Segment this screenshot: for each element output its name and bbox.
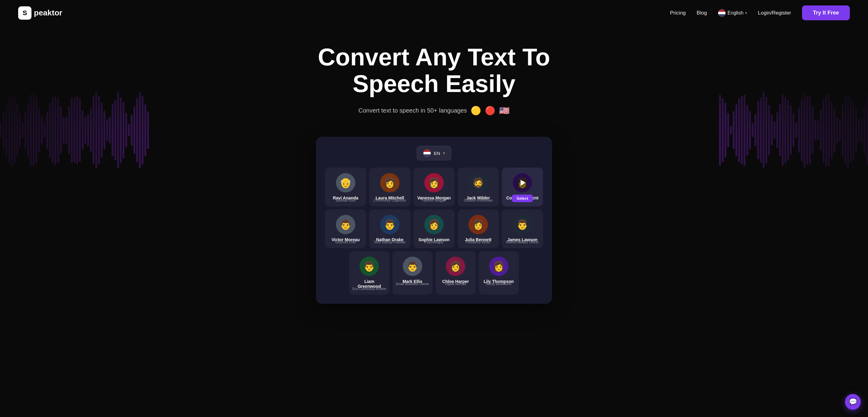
voice-info: Liam GreenwoodEco-Conscious Activist (352, 279, 386, 290)
avatar: 👩 (424, 173, 444, 192)
avatar: 🧔 (468, 173, 488, 192)
voice-info: Victor MoreauGourmet Chef (332, 237, 360, 244)
avatar: 👩 (380, 173, 400, 192)
voice-card[interactable]: 👩Vanessa MorganFashion Blogger (413, 168, 455, 206)
language-label: English (727, 10, 743, 16)
nav-login[interactable]: Login/Register (758, 10, 791, 16)
voice-role-label: Nerdy Bookworm (486, 282, 512, 286)
voice-card[interactable]: 👨Liam GreenwoodEco-Conscious Activist (349, 251, 390, 295)
lang-code-label: EN (434, 151, 440, 156)
voice-role-label: Gourmet Chef (335, 240, 356, 244)
logo-box: S (18, 6, 31, 20)
avatar-emoji: 👨 (516, 219, 528, 230)
voice-role-label: Small Business Owner (396, 282, 429, 286)
voice-info: Mark EllisSmall Business Owner (396, 279, 429, 286)
voice-card[interactable]: 👨Nathan DrakeTech Startup Founder (369, 210, 410, 248)
subtitle-text: Convert text to speech in 50+ languages (358, 107, 467, 114)
lang-dropdown[interactable]: EN ▾ (417, 146, 452, 160)
app-panel: EN ▾ 👴Ravi AnandaSpiritual Guru👩Laura Mi… (316, 137, 552, 304)
flag-emoji-us: 🇺🇸 (499, 106, 510, 116)
us-flag-icon (718, 9, 726, 17)
voice-role-label: Fashion Blogger (422, 198, 446, 202)
avatar-emoji: 👩 (450, 261, 462, 272)
dropdown-chevron-icon: ▾ (443, 151, 445, 155)
voice-info: Lily ThompsonNerdy Bookworm (484, 279, 514, 286)
avatar-emoji: 👩 (493, 261, 505, 272)
voice-card[interactable]: 🧔Jack WilderOutdoor Enthusiast (458, 168, 499, 206)
voice-info: Ravi AnandaSpiritual Guru (333, 195, 358, 202)
voice-info: Nathan DrakeTech Startup Founder (374, 237, 406, 244)
avatar: 👩 (489, 257, 508, 276)
avatar: 👩 (513, 173, 532, 192)
avatar-emoji: 👨 (406, 261, 418, 272)
avatar: 👴 (336, 173, 355, 192)
voice-info: Laura MitchellCommunity Organizer (374, 195, 406, 202)
voice-card[interactable]: 👨Victor MoreauGourmet Chef (325, 210, 366, 248)
voice-info: Chloe HarperDigital Nomad (442, 279, 469, 286)
hero-section: Convert Any Text To Speech Easily Conver… (0, 26, 868, 137)
voice-info: James LawsonRetired Military Officer (506, 237, 539, 244)
avatar: 👩 (424, 215, 444, 234)
main-content: EN ▾ 👴Ravi AnandaSpiritual Guru👩Laura Mi… (0, 137, 868, 322)
play-overlay (513, 173, 532, 192)
voice-card[interactable]: 👴Ravi AnandaSpiritual Guru (325, 168, 366, 206)
avatar: 👨 (403, 257, 422, 276)
voice-card[interactable]: 👨James LawsonRetired Military Officer (502, 210, 543, 248)
flag-emoji-1: 🟡 (471, 106, 481, 116)
voices-grid-row2: 👨Victor MoreauGourmet Chef👨Nathan DrakeT… (325, 210, 543, 248)
avatar-emoji: 👴 (340, 177, 352, 189)
nav-blog[interactable]: Blog (697, 10, 707, 16)
panel-header: EN ▾ (325, 146, 543, 160)
avatar-emoji: 👨 (340, 219, 352, 230)
navbar: S peaktor Pricing Blog English ▾ Login/R… (0, 0, 868, 26)
hero-title: Convert Any Text To Speech Easily (298, 44, 570, 97)
avatar: 👨 (380, 215, 400, 234)
voice-card[interactable]: 👩College StudentSelect (502, 168, 543, 206)
voice-info: Jack WilderOutdoor Enthusiast (464, 195, 492, 202)
voice-card[interactable]: 👩Laura MitchellCommunity Organizer (369, 168, 410, 206)
voice-card[interactable]: 👩Chloe HarperDigital Nomad (435, 251, 476, 295)
avatar-emoji: 👨 (363, 261, 375, 272)
voice-role-label: Community Organizer (374, 198, 406, 202)
language-selector[interactable]: English ▾ (718, 9, 747, 17)
chat-icon: 💬 (849, 398, 857, 406)
voice-role-label: Freelance Writer (466, 240, 490, 244)
avatar-emoji: 👩 (472, 219, 484, 230)
avatar: 👨 (336, 215, 355, 234)
dropdown-flag-icon (423, 149, 431, 157)
voice-info: Sophie LawsonPsychologist (418, 237, 450, 244)
avatar-emoji: 👨 (384, 219, 396, 230)
voice-card[interactable]: 👩Julia BennettFreelance Writer (458, 210, 499, 248)
avatar: 👩 (446, 257, 465, 276)
voices-grid-row3: 👨Liam GreenwoodEco-Conscious Activist👨Ma… (325, 251, 543, 295)
try-free-button[interactable]: Try It Free (802, 5, 850, 20)
voice-role-label: Outdoor Enthusiast (464, 198, 492, 202)
avatar-emoji: 👩 (384, 177, 396, 189)
avatar-emoji: 👩 (428, 177, 440, 189)
voice-card[interactable]: 👩Sophie LawsonPsychologist (413, 210, 455, 248)
nav-right: Pricing Blog English ▾ Login/Register Tr… (670, 5, 850, 20)
select-voice-button[interactable]: Select (512, 195, 533, 202)
nav-pricing[interactable]: Pricing (670, 10, 686, 16)
logo[interactable]: S peaktor (18, 6, 62, 20)
voice-card[interactable]: 👨Mark EllisSmall Business Owner (393, 251, 433, 295)
avatar-emoji: 👩 (428, 219, 440, 230)
voice-role-label: Eco-Conscious Activist (352, 287, 386, 290)
voice-info: Vanessa MorganFashion Blogger (417, 195, 451, 202)
brand-name: peaktor (34, 8, 62, 18)
avatar: 👨 (513, 215, 532, 234)
voice-role-label: Tech Startup Founder (374, 240, 406, 244)
flag-emoji-2: 🔴 (485, 106, 495, 116)
voice-role-label: Digital Nomad (445, 282, 466, 286)
logo-letter: S (23, 9, 27, 17)
voice-card[interactable]: 👩Lily ThompsonNerdy Bookworm (479, 251, 519, 295)
chevron-down-icon: ▾ (745, 11, 747, 15)
avatar-emoji: 🧔 (472, 177, 484, 189)
chat-bubble-button[interactable]: 💬 (845, 394, 861, 410)
hero-subtitle: Convert text to speech in 50+ languages … (6, 106, 862, 116)
voices-grid-row1: 👴Ravi AnandaSpiritual Guru👩Laura Mitchel… (325, 168, 543, 206)
play-icon (521, 180, 525, 186)
voice-info: Julia BennettFreelance Writer (465, 237, 492, 244)
avatar: 👩 (468, 215, 488, 234)
voice-role-label: Spiritual Guru (335, 198, 355, 202)
